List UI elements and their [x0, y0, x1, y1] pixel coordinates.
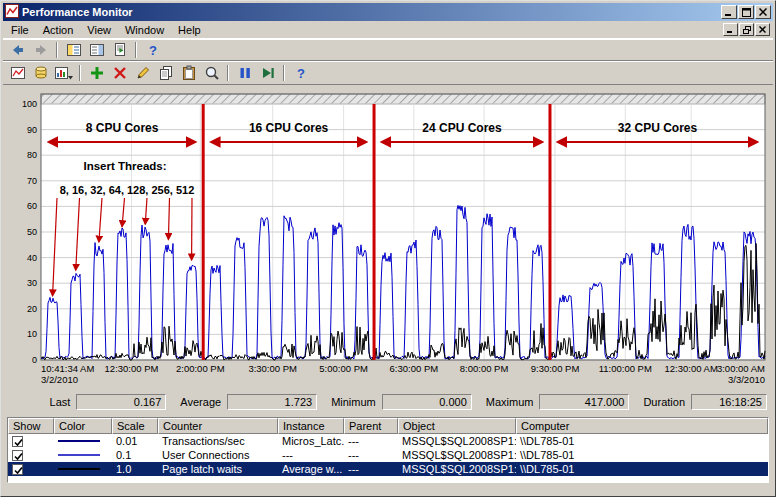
- toolbar-separator: [283, 65, 285, 81]
- title-bar[interactable]: Performance Monitor: [3, 3, 773, 21]
- x-axis-tick: 3:30:00 PM: [248, 363, 297, 374]
- color-swatch: [54, 448, 112, 462]
- y-axis-tick: 60: [27, 201, 37, 211]
- perfmon-help-button[interactable]: ?: [289, 63, 312, 83]
- freeze-display-button[interactable]: [233, 63, 256, 83]
- export-list-icon: [112, 42, 128, 58]
- copy-properties-button[interactable]: [154, 63, 177, 83]
- section-label: 32 CPU Cores: [618, 121, 698, 135]
- show-checkbox[interactable]: [12, 436, 23, 447]
- column-header-instance[interactable]: Instance: [278, 418, 344, 434]
- change-graph-type-button[interactable]: [52, 63, 75, 83]
- column-header-scale[interactable]: Scale: [112, 418, 158, 434]
- duration-value: 16:18:25: [691, 394, 767, 410]
- update-data-button[interactable]: [256, 63, 279, 83]
- legend-row-page-latch-waits[interactable]: 1.0 Page latch waits Average w... --- MS…: [8, 462, 768, 476]
- show-hide-action-pane-button[interactable]: [85, 40, 108, 60]
- last-label: Last: [50, 396, 71, 408]
- close-button[interactable]: [755, 5, 771, 19]
- y-axis-tick: 70: [27, 176, 37, 186]
- parent-cell: ---: [344, 448, 398, 462]
- add-icon: [89, 65, 105, 81]
- menu-help[interactable]: Help: [171, 22, 208, 38]
- x-axis-tick-date: 3/2/2010: [41, 374, 78, 385]
- minimum-label: Minimum: [331, 396, 376, 408]
- minimize-button[interactable]: [721, 5, 737, 19]
- maximum-label: Maximum: [486, 396, 534, 408]
- help-button[interactable]: ?: [141, 40, 164, 60]
- forward-arrow-icon: [33, 42, 49, 58]
- mdi-close-button[interactable]: [755, 23, 770, 36]
- instance-cell: ---: [278, 448, 344, 462]
- delete-icon: [112, 65, 128, 81]
- copy-icon: [158, 65, 174, 81]
- paste-counter-list-button[interactable]: [177, 63, 200, 83]
- counter-cell: Page latch waits: [158, 462, 278, 476]
- view-log-data-button[interactable]: [29, 63, 52, 83]
- show-hide-console-tree-button[interactable]: [62, 40, 85, 60]
- column-header-object[interactable]: Object: [398, 418, 516, 434]
- legend-row-transactions[interactable]: 0.01 Transactions/sec Micros_Latc... ---…: [8, 434, 768, 448]
- menu-window[interactable]: Window: [118, 22, 171, 38]
- counter-legend: Show Color Scale Counter Instance Parent…: [7, 417, 769, 483]
- chart-area: 100908070605040302010010:41:34 AM3/2/201…: [3, 85, 773, 390]
- menu-action[interactable]: Action: [36, 22, 81, 38]
- parent-cell: ---: [344, 462, 398, 476]
- maximize-button[interactable]: [738, 5, 754, 19]
- x-axis-tick: 10:41:34 AM: [41, 363, 94, 374]
- minimum-value: 0.000: [382, 394, 472, 410]
- forward-button[interactable]: [29, 40, 52, 60]
- counter-cell: User Connections: [158, 448, 278, 462]
- scale-cell: 0.01: [112, 434, 158, 448]
- last-value: 0.167: [76, 394, 166, 410]
- color-swatch: [54, 462, 112, 476]
- x-axis-tick: 3:00:00 AM: [717, 363, 765, 374]
- object-cell: MSSQL$SQL2008SP1:Datab...: [398, 434, 516, 448]
- column-header-show[interactable]: Show: [8, 418, 54, 434]
- column-header-color[interactable]: Color: [54, 418, 112, 434]
- main-toolbar: ?: [3, 39, 773, 61]
- svg-text:?: ?: [149, 43, 157, 58]
- performance-chart: 100908070605040302010010:41:34 AM3/2/201…: [7, 88, 771, 388]
- pause-icon: [237, 65, 253, 81]
- y-axis-tick: 10: [27, 329, 37, 339]
- mdi-restore-button[interactable]: [739, 23, 754, 36]
- menu-file[interactable]: File: [4, 22, 36, 38]
- x-axis-tick: 6:30:00 PM: [390, 363, 439, 374]
- column-header-computer[interactable]: Computer: [516, 418, 768, 434]
- perfmon-toolbar: ?: [3, 61, 773, 85]
- hatch-band: [41, 94, 765, 104]
- delete-counter-button[interactable]: [108, 63, 131, 83]
- show-checkbox[interactable]: [12, 450, 23, 461]
- check-icon: [13, 437, 24, 448]
- back-button[interactable]: [6, 40, 29, 60]
- help-icon: ?: [293, 65, 309, 81]
- toolbar-separator: [227, 65, 229, 81]
- x-axis-tick: 11:00:00 PM: [599, 363, 652, 374]
- toolbar-separator: [79, 65, 81, 81]
- window-title: Performance Monitor: [22, 6, 718, 18]
- object-cell: MSSQL$SQL2008SP1:Gener...: [398, 448, 516, 462]
- show-checkbox[interactable]: [12, 464, 23, 475]
- add-counter-button[interactable]: [85, 63, 108, 83]
- y-axis-tick: 80: [27, 150, 37, 160]
- zoom-button[interactable]: [200, 63, 223, 83]
- x-axis-tick: 9:30:00 PM: [531, 363, 580, 374]
- view-current-activity-button[interactable]: [6, 63, 29, 83]
- color-swatch: [54, 434, 112, 448]
- mdi-minimize-button[interactable]: [723, 23, 738, 36]
- x-axis-tick: 2:00:00 PM: [176, 363, 225, 374]
- legend-row-user-connections[interactable]: 0.1 User Connections --- --- MSSQL$SQL20…: [8, 448, 768, 462]
- column-header-parent[interactable]: Parent: [344, 418, 398, 434]
- perfmon-app-icon: [5, 4, 19, 20]
- y-axis-tick: 100: [22, 99, 37, 109]
- instance-cell: Average w...: [278, 462, 344, 476]
- export-list-button[interactable]: [108, 40, 131, 60]
- object-cell: MSSQL$SQL2008SP1:Wait S...: [398, 462, 516, 476]
- menu-view[interactable]: View: [80, 22, 118, 38]
- y-axis-tick: 90: [27, 125, 37, 135]
- highlight-button[interactable]: [131, 63, 154, 83]
- highlight-pencil-icon: [135, 65, 151, 81]
- column-header-counter[interactable]: Counter: [158, 418, 278, 434]
- y-axis-tick: 30: [27, 278, 37, 288]
